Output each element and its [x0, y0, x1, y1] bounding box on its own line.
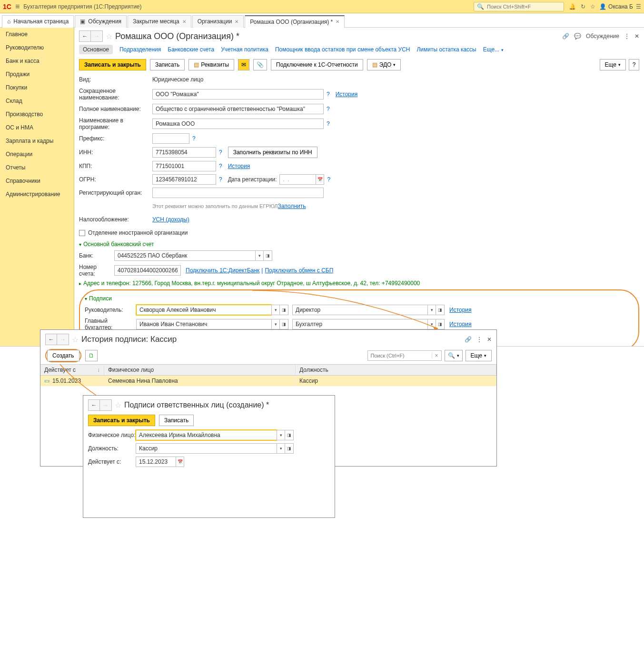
help-icon[interactable]: ? [219, 163, 222, 169]
history-link[interactable]: История [336, 91, 358, 98]
favorite-icon[interactable]: ☆ [72, 335, 79, 344]
chevron-down-icon[interactable]: ▾ [271, 305, 280, 315]
discuss-link[interactable]: Обсуждение [586, 33, 619, 40]
kpp-input[interactable] [152, 161, 216, 171]
sidebar-item-salary[interactable]: Зарплата и кадры [0, 134, 74, 148]
head-pos-input[interactable] [292, 305, 427, 315]
open-icon[interactable]: ◨ [280, 305, 288, 315]
signs-section-header[interactable]: Подписи [85, 295, 634, 302]
sidebar-item-reports[interactable]: Отчеты [0, 161, 74, 174]
close-icon[interactable]: ✕ [487, 336, 492, 343]
history-link[interactable]: История [228, 163, 250, 169]
help-icon[interactable]: ? [192, 135, 196, 142]
close-icon[interactable]: ✕ [634, 33, 639, 40]
star-icon[interactable]: ☆ [590, 3, 595, 10]
chevron-down-icon[interactable]: ▾ [427, 305, 436, 315]
link-icon[interactable]: 🔗 [562, 33, 569, 40]
sidebar-item-production[interactable]: Производство [0, 108, 74, 121]
subtab-main[interactable]: Основное [79, 45, 113, 54]
discuss-icon[interactable]: 💬 [574, 33, 581, 40]
tab-current-org[interactable]: Ромашка ООО (Организация) * ✕ [245, 15, 345, 28]
user-menu[interactable]: 👤 Оксана Б [599, 3, 633, 10]
tab-home[interactable]: ⌂ Начальная страница [2, 15, 74, 28]
full-name-input[interactable] [152, 104, 324, 114]
directbank-link[interactable]: Подключить 1С:ДиректБанк [186, 267, 259, 274]
menu-icon[interactable]: ☰ [636, 3, 641, 10]
edo-button[interactable]: ▤ЭДО ▾ [367, 59, 401, 70]
fill-inn-button[interactable]: Заполнить реквизиты по ИНН [228, 147, 317, 158]
open-icon[interactable]: ◨ [436, 305, 445, 315]
tab-close-month[interactable]: Закрытие месяца ✕ [128, 15, 191, 28]
save-button[interactable]: Записать [150, 59, 185, 70]
help-icon[interactable]: ? [219, 176, 222, 183]
kebab-icon[interactable]: ⋮ [476, 336, 482, 343]
subtab-policy[interactable]: Учетная политика [221, 46, 268, 53]
help-icon[interactable]: ? [327, 176, 330, 183]
subtab-helper[interactable]: Помощник ввода остатков при смене объект… [275, 46, 410, 53]
sidebar-item-main[interactable]: Главное [0, 28, 74, 41]
bank-input[interactable] [114, 250, 255, 261]
help-icon[interactable]: ? [327, 91, 330, 98]
help-icon[interactable]: ? [327, 106, 330, 112]
connect-button[interactable]: Подключение к 1С-Отчетности [271, 59, 363, 70]
sidebar-item-sales[interactable]: Продажи [0, 68, 74, 81]
kebab-icon[interactable]: ⋮ [624, 33, 630, 40]
subtab-units[interactable]: Подразделения [119, 46, 161, 53]
tab-discussions[interactable]: ▣ Обсуждения [75, 15, 127, 28]
link-icon[interactable]: 🔗 [465, 336, 472, 343]
acc-input[interactable] [114, 265, 181, 276]
chevron-down-icon[interactable]: ▾ [427, 319, 436, 329]
bank-section-header[interactable]: Основной банковский счет [79, 241, 639, 248]
short-name-input[interactable] [152, 89, 324, 99]
calendar-icon[interactable]: 📅 [316, 174, 324, 185]
fill-link[interactable]: Заполнить [278, 203, 306, 209]
forward-button[interactable]: → [91, 31, 102, 41]
subtab-limits[interactable]: Лимиты остатка кассы [416, 46, 476, 53]
sidebar-item-refs[interactable]: Справочники [0, 174, 74, 188]
rekvizity-button[interactable]: ▤Реквизиты [188, 59, 234, 70]
more-button[interactable]: Еще ▾ [600, 59, 626, 70]
global-search[interactable]: 🔍 [474, 2, 564, 11]
mail-button[interactable]: ✉ [238, 59, 249, 70]
sidebar-item-os[interactable]: ОС и НМА [0, 121, 74, 134]
save-close-button[interactable]: Записать и закрыть [79, 59, 146, 70]
foreign-checkbox[interactable] [79, 230, 85, 236]
favorite-icon[interactable]: ☆ [106, 32, 112, 41]
help-icon[interactable]: ? [327, 120, 330, 127]
forward-button[interactable]: → [57, 334, 69, 345]
help-button[interactable]: ? [629, 59, 639, 70]
global-search-input[interactable] [486, 3, 561, 10]
subtab-bank[interactable]: Банковские счета [168, 46, 214, 53]
hamburger-icon[interactable]: ≡ [15, 2, 20, 11]
acc-pos-input[interactable] [292, 319, 427, 329]
chevron-down-icon[interactable]: ▾ [255, 250, 264, 261]
help-icon[interactable]: ? [219, 149, 222, 156]
subtab-more[interactable]: Еще... ▾ [483, 46, 504, 53]
prefix-input[interactable] [152, 133, 189, 144]
ogrn-input[interactable] [152, 174, 216, 185]
history-link[interactable]: История [449, 321, 472, 328]
back-button[interactable]: ← [46, 334, 57, 345]
history-icon[interactable]: ↻ [581, 3, 585, 10]
prog-name-input[interactable] [152, 119, 324, 129]
head-input[interactable] [136, 305, 271, 315]
sidebar-item-admin[interactable]: Администрирование [0, 188, 74, 201]
sidebar-item-bank[interactable]: Банк и касса [0, 54, 74, 68]
close-icon[interactable]: ✕ [235, 19, 238, 24]
chevron-down-icon[interactable]: ▾ [271, 319, 280, 329]
close-icon[interactable]: ✕ [182, 19, 186, 24]
open-icon[interactable]: ◨ [436, 319, 445, 329]
sbp-link[interactable]: Подключить обмен с СБП [265, 267, 333, 274]
inn-input[interactable] [152, 147, 216, 158]
sidebar-item-manager[interactable]: Руководителю [0, 41, 74, 54]
sidebar-item-operations[interactable]: Операции [0, 148, 74, 161]
tab-organizations[interactable]: Организации ✕ [192, 15, 244, 28]
reg-org-input[interactable] [152, 188, 324, 198]
sidebar-item-storage[interactable]: Склад [0, 94, 74, 108]
address-section-header[interactable]: Адрес и телефон: 127566, Город Москва, в… [79, 280, 639, 287]
open-icon[interactable]: ◨ [280, 319, 288, 329]
tax-link[interactable]: УСН (доходы) [152, 216, 189, 223]
bell-icon[interactable]: 🔔 [569, 3, 576, 10]
sidebar-item-purchases[interactable]: Покупки [0, 81, 74, 94]
regdate-input[interactable] [279, 174, 316, 185]
